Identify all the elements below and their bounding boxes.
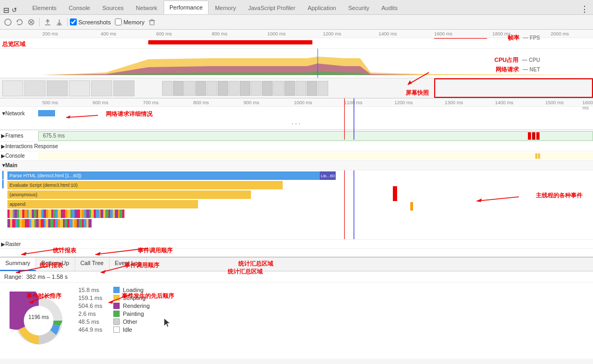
trash-icon[interactable] [147,17,157,28]
tab-audits[interactable]: Audits [375,1,403,14]
frames-label: Frames [5,133,38,139]
overview-annotation: 总览区域 [2,40,25,48]
cpu-annotation: CPU占用 — CPU [495,56,540,64]
bottom-tabs: Summary Bottom-Up Call Tree Event Log 统计… [0,258,593,271]
tab-security[interactable]: Security [343,1,375,14]
tab-sources[interactable]: Sources [96,1,129,14]
fps-annotation: 帧率 — FPS [508,34,540,42]
console-row: ▶ Console [0,151,593,161]
interactions-label: Interactions Response [5,143,58,149]
interactions-collapse[interactable]: ▶ [1,143,5,149]
devtools-tab-bar: ⊟ ↺ Elements Console Sources Network Per… [0,0,593,15]
svg-marker-19 [95,252,101,256]
network-row: ▼ Network [0,107,593,120]
red-mark [393,186,397,201]
performance-toolbar: Screenshots Memory [0,15,593,30]
devtools-reload-icon[interactable]: ↺ [12,6,17,14]
dense-activity-row1 [7,210,315,218]
more-icon[interactable]: ⋮ [576,4,593,14]
main-header-row: ▼ Main [0,161,593,170]
fps-bar [148,40,312,44]
main-collapse[interactable]: ▼ [1,162,5,168]
tab-js-profiler[interactable]: JavaScript Profiler [242,1,301,14]
tab-console[interactable]: Console [63,1,96,14]
append-bar[interactable]: append [7,200,198,208]
scripting-legend: 159.1 ms Scripting [78,295,589,301]
screenshot-annotation: 屏幕快照 [406,89,429,97]
raster-label: Raster [5,241,21,247]
bottom-panel: Summary Bottom-Up Call Tree Event Log 统计… [0,257,593,359]
screenshot-strip [0,78,593,98]
range-bar: Range: 382 ms – 1.58 s [0,271,593,283]
interactions-row: ▶ Interactions Response [0,142,593,151]
timeline-area: 500 ms 600 ms 700 ms 800 ms 900 ms 1000 … [0,98,593,130]
legend-container: 15.8 ms Loading 159.1 ms Scripting 504.6… [73,287,589,354]
svg-point-23 [24,306,53,335]
svg-marker-17 [21,252,26,256]
overview-area: 200 ms 400 ms 600 ms 800 ms 1000 ms 1200… [0,30,593,98]
frames-collapse[interactable]: ▶ [1,133,5,139]
network-detail-annotation: 网络请求详细情况 [106,110,152,118]
memory-label[interactable]: Memory [115,19,145,25]
parse-html-bar[interactable]: Parse HTML (demo3.html [1...60]) Lib...6… [7,171,336,180]
svg-point-0 [5,19,11,25]
tab-elements[interactable]: Elements [26,1,62,14]
main-events-annotation: 主线程的各种事件 [536,192,582,199]
rendering-color [113,303,120,309]
main-label: Main [5,162,17,168]
memory-checkbox[interactable] [115,19,122,25]
tab-network[interactable]: Network [130,1,163,14]
fps-arrow-line [434,38,487,39]
loading-color [113,287,120,293]
svg-rect-7 [150,21,154,25]
anonymous-bar[interactable]: (anonymous) [7,190,251,199]
raster-collapse[interactable]: ▶ [1,241,5,247]
evaluate-script-bar[interactable]: Evaluate Script (demo3.html:10) [7,181,283,189]
console-collapse[interactable]: ▶ [1,153,5,159]
summary-content: 1196 ms 15.8 ms Loading 159.1 ms Scripti… [0,283,593,359]
summary-tab[interactable]: Summary [0,258,36,271]
stats-annotation: 统计报表 [53,247,76,254]
svg-line-14 [477,197,519,201]
main-events-arrow [461,186,524,207]
tab-application[interactable]: Application [302,1,342,14]
call-tree-tab[interactable]: Call Tree [75,258,110,271]
record-button[interactable] [3,17,13,28]
other-legend: 48.5 ms Other [78,319,589,325]
network-request-bar [38,110,55,116]
bottom-up-tab[interactable]: Bottom-Up [36,258,75,271]
time-2000: 2000 ms [551,31,569,37]
painting-legend: 2.6 ms Painting [78,311,589,317]
console-label: Console [5,153,38,159]
orange-mark [410,202,413,211]
tab-memory[interactable]: Memory [209,1,242,14]
other-color [113,319,120,325]
frames-value: 675.5 ms [43,133,65,139]
pie-chart-container: 1196 ms [4,287,73,354]
time-1200: 1200 ms [323,31,342,37]
event-log-tab[interactable]: Event Log [110,258,147,271]
scripting-color [113,295,120,301]
reload-record-button[interactable] [14,17,25,28]
clear-button[interactable] [26,17,37,28]
raster-row: ▶ Raster [0,239,593,249]
frames-row: ▶ Frames 675.5 ms [0,130,593,142]
devtools-menu-icon[interactable]: ⊟ [3,6,10,14]
network-collapse-icon[interactable]: ▼ [1,111,5,116]
download-button[interactable] [54,17,65,28]
screenshots-checkbox[interactable] [70,19,77,25]
time-800: 800 ms [212,31,228,37]
idle-color [113,326,120,333]
svg-marker-15 [477,198,482,202]
expand-icon[interactable]: ··· [291,119,301,129]
time-400: 400 ms [101,31,116,37]
tab-performance[interactable]: Performance [164,1,209,14]
svg-text:1196 ms: 1196 ms [29,314,49,320]
time-1000: 1000 ms [267,31,286,37]
screenshots-label[interactable]: Screenshots [70,19,111,25]
network-row-label: Network [5,111,38,116]
range-label: Range: [4,274,23,280]
upload-button[interactable] [42,17,53,28]
time-1400: 1400 ms [379,31,397,37]
time-1600: 1600 ms [434,31,453,37]
